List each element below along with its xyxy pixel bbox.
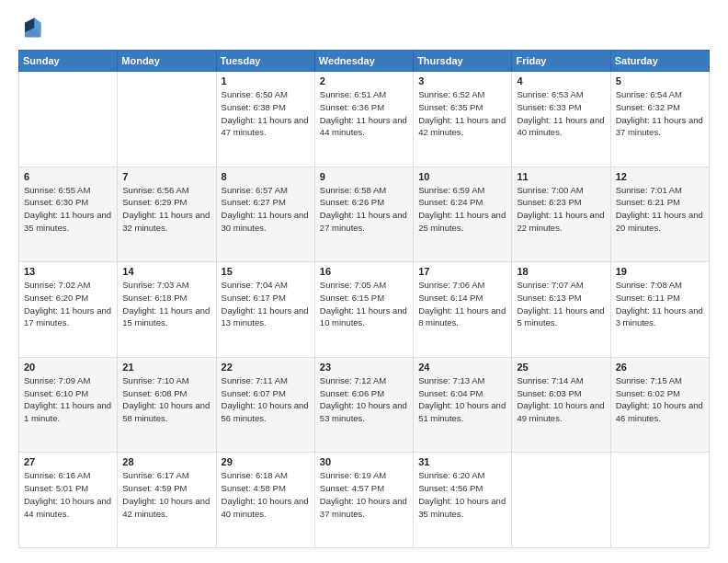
- calendar-table: SundayMondayTuesdayWednesdayThursdayFrid…: [18, 50, 710, 548]
- day-number: 25: [517, 362, 605, 373]
- day-number: 22: [222, 362, 310, 373]
- day-number: 12: [616, 171, 704, 182]
- calendar-day-cell: 21Sunrise: 7:10 AM Sunset: 6:08 PM Dayli…: [118, 357, 216, 453]
- day-number: 14: [122, 266, 210, 277]
- day-number: 13: [24, 266, 112, 277]
- day-info: Sunrise: 6:54 AM Sunset: 6:32 PM Dayligh…: [616, 88, 704, 139]
- day-number: 24: [418, 362, 506, 373]
- day-info: Sunrise: 7:03 AM Sunset: 6:18 PM Dayligh…: [122, 279, 210, 329]
- calendar-day-cell: 15Sunrise: 7:04 AM Sunset: 6:17 PM Dayli…: [216, 262, 314, 358]
- day-info: Sunrise: 7:13 AM Sunset: 6:04 PM Dayligh…: [418, 374, 506, 425]
- day-info: Sunrise: 6:20 AM Sunset: 4:56 PM Dayligh…: [418, 469, 506, 520]
- day-info: Sunrise: 7:01 AM Sunset: 6:21 PM Dayligh…: [616, 184, 704, 235]
- calendar-day-cell: [118, 72, 216, 167]
- calendar-day-cell: 3Sunrise: 6:52 AM Sunset: 6:35 PM Daylig…: [414, 72, 512, 167]
- day-number: 4: [517, 75, 605, 86]
- calendar-day-cell: 14Sunrise: 7:03 AM Sunset: 6:18 PM Dayli…: [118, 262, 216, 358]
- day-number: 23: [320, 362, 408, 373]
- day-number: 30: [320, 456, 408, 467]
- day-number: 16: [320, 266, 408, 277]
- day-number: 1: [222, 75, 310, 86]
- calendar-day-cell: 16Sunrise: 7:05 AM Sunset: 6:15 PM Dayli…: [314, 262, 413, 358]
- weekday-header-cell: Saturday: [610, 51, 709, 72]
- calendar-day-cell: 8Sunrise: 6:57 AM Sunset: 6:27 PM Daylig…: [216, 167, 314, 262]
- day-info: Sunrise: 7:00 AM Sunset: 6:23 PM Dayligh…: [517, 184, 605, 235]
- day-info: Sunrise: 7:05 AM Sunset: 6:15 PM Dayligh…: [320, 279, 408, 329]
- logo-icon: [18, 15, 44, 40]
- day-info: Sunrise: 7:09 AM Sunset: 6:10 PM Dayligh…: [24, 374, 112, 425]
- calendar-day-cell: 30Sunrise: 6:19 AM Sunset: 4:57 PM Dayli…: [314, 453, 413, 548]
- calendar-day-cell: 25Sunrise: 7:14 AM Sunset: 6:03 PM Dayli…: [512, 357, 610, 453]
- calendar-week-row: 20Sunrise: 7:09 AM Sunset: 6:10 PM Dayli…: [19, 357, 710, 453]
- calendar-day-cell: 31Sunrise: 6:20 AM Sunset: 4:56 PM Dayli…: [414, 453, 512, 548]
- day-info: Sunrise: 6:52 AM Sunset: 6:35 PM Dayligh…: [418, 88, 506, 139]
- day-number: 18: [517, 266, 605, 277]
- weekday-header-cell: Sunday: [19, 51, 118, 72]
- calendar-day-cell: 19Sunrise: 7:08 AM Sunset: 6:11 PM Dayli…: [610, 262, 709, 358]
- day-number: 7: [122, 171, 210, 182]
- calendar-week-row: 6Sunrise: 6:55 AM Sunset: 6:30 PM Daylig…: [19, 167, 710, 262]
- calendar-week-row: 1Sunrise: 6:50 AM Sunset: 6:38 PM Daylig…: [19, 72, 710, 167]
- weekday-header-row: SundayMondayTuesdayWednesdayThursdayFrid…: [19, 51, 710, 72]
- day-info: Sunrise: 6:19 AM Sunset: 4:57 PM Dayligh…: [320, 469, 408, 520]
- day-info: Sunrise: 6:51 AM Sunset: 6:36 PM Dayligh…: [320, 88, 408, 139]
- day-number: 2: [320, 75, 408, 86]
- calendar-day-cell: 10Sunrise: 6:59 AM Sunset: 6:24 PM Dayli…: [414, 167, 512, 262]
- day-info: Sunrise: 7:15 AM Sunset: 6:02 PM Dayligh…: [616, 374, 704, 425]
- calendar-day-cell: 5Sunrise: 6:54 AM Sunset: 6:32 PM Daylig…: [610, 72, 709, 167]
- calendar-day-cell: 13Sunrise: 7:02 AM Sunset: 6:20 PM Dayli…: [19, 262, 118, 358]
- day-info: Sunrise: 6:16 AM Sunset: 5:01 PM Dayligh…: [24, 469, 112, 520]
- day-info: Sunrise: 6:56 AM Sunset: 6:29 PM Dayligh…: [122, 184, 210, 235]
- day-number: 11: [517, 171, 605, 182]
- day-info: Sunrise: 7:10 AM Sunset: 6:08 PM Dayligh…: [122, 374, 210, 425]
- header: [18, 15, 710, 40]
- day-info: Sunrise: 7:06 AM Sunset: 6:14 PM Dayligh…: [418, 279, 506, 329]
- day-info: Sunrise: 7:08 AM Sunset: 6:11 PM Dayligh…: [616, 279, 704, 329]
- calendar-day-cell: 24Sunrise: 7:13 AM Sunset: 6:04 PM Dayli…: [414, 357, 512, 453]
- calendar-day-cell: 23Sunrise: 7:12 AM Sunset: 6:06 PM Dayli…: [314, 357, 413, 453]
- day-number: 3: [418, 75, 506, 86]
- calendar-day-cell: [610, 453, 709, 548]
- day-info: Sunrise: 6:50 AM Sunset: 6:38 PM Dayligh…: [222, 88, 310, 139]
- day-number: 31: [418, 456, 506, 467]
- calendar-day-cell: 18Sunrise: 7:07 AM Sunset: 6:13 PM Dayli…: [512, 262, 610, 358]
- calendar-body: 1Sunrise: 6:50 AM Sunset: 6:38 PM Daylig…: [19, 72, 710, 548]
- calendar-day-cell: 11Sunrise: 7:00 AM Sunset: 6:23 PM Dayli…: [512, 167, 610, 262]
- day-number: 28: [122, 456, 210, 467]
- day-info: Sunrise: 7:07 AM Sunset: 6:13 PM Dayligh…: [517, 279, 605, 329]
- day-number: 10: [418, 171, 506, 182]
- day-info: Sunrise: 7:14 AM Sunset: 6:03 PM Dayligh…: [517, 374, 605, 425]
- day-number: 29: [222, 456, 310, 467]
- day-info: Sunrise: 6:58 AM Sunset: 6:26 PM Dayligh…: [320, 184, 408, 235]
- day-number: 27: [24, 456, 112, 467]
- logo: [18, 15, 48, 40]
- calendar-day-cell: 27Sunrise: 6:16 AM Sunset: 5:01 PM Dayli…: [19, 453, 118, 548]
- day-number: 21: [122, 362, 210, 373]
- calendar-day-cell: 28Sunrise: 6:17 AM Sunset: 4:59 PM Dayli…: [118, 453, 216, 548]
- calendar-day-cell: 1Sunrise: 6:50 AM Sunset: 6:38 PM Daylig…: [216, 72, 314, 167]
- day-info: Sunrise: 6:57 AM Sunset: 6:27 PM Dayligh…: [222, 184, 310, 235]
- day-number: 19: [616, 266, 704, 277]
- day-info: Sunrise: 6:18 AM Sunset: 4:58 PM Dayligh…: [222, 469, 310, 520]
- day-info: Sunrise: 6:55 AM Sunset: 6:30 PM Dayligh…: [24, 184, 112, 235]
- day-info: Sunrise: 6:53 AM Sunset: 6:33 PM Dayligh…: [517, 88, 605, 139]
- weekday-header-cell: Monday: [118, 51, 216, 72]
- calendar-day-cell: [512, 453, 610, 548]
- calendar-day-cell: 17Sunrise: 7:06 AM Sunset: 6:14 PM Dayli…: [414, 262, 512, 358]
- calendar-day-cell: 6Sunrise: 6:55 AM Sunset: 6:30 PM Daylig…: [19, 167, 118, 262]
- calendar-day-cell: 22Sunrise: 7:11 AM Sunset: 6:07 PM Dayli…: [216, 357, 314, 453]
- calendar-week-row: 27Sunrise: 6:16 AM Sunset: 5:01 PM Dayli…: [19, 453, 710, 548]
- calendar-day-cell: 9Sunrise: 6:58 AM Sunset: 6:26 PM Daylig…: [314, 167, 413, 262]
- day-number: 6: [24, 171, 112, 182]
- weekday-header-cell: Friday: [512, 51, 610, 72]
- calendar-day-cell: 7Sunrise: 6:56 AM Sunset: 6:29 PM Daylig…: [118, 167, 216, 262]
- calendar-day-cell: 2Sunrise: 6:51 AM Sunset: 6:36 PM Daylig…: [314, 72, 413, 167]
- day-info: Sunrise: 7:12 AM Sunset: 6:06 PM Dayligh…: [320, 374, 408, 425]
- calendar-day-cell: 26Sunrise: 7:15 AM Sunset: 6:02 PM Dayli…: [610, 357, 709, 453]
- day-number: 8: [222, 171, 310, 182]
- day-info: Sunrise: 6:59 AM Sunset: 6:24 PM Dayligh…: [418, 184, 506, 235]
- day-number: 9: [320, 171, 408, 182]
- weekday-header-cell: Wednesday: [314, 51, 413, 72]
- calendar-day-cell: 12Sunrise: 7:01 AM Sunset: 6:21 PM Dayli…: [610, 167, 709, 262]
- day-info: Sunrise: 7:04 AM Sunset: 6:17 PM Dayligh…: [222, 279, 310, 329]
